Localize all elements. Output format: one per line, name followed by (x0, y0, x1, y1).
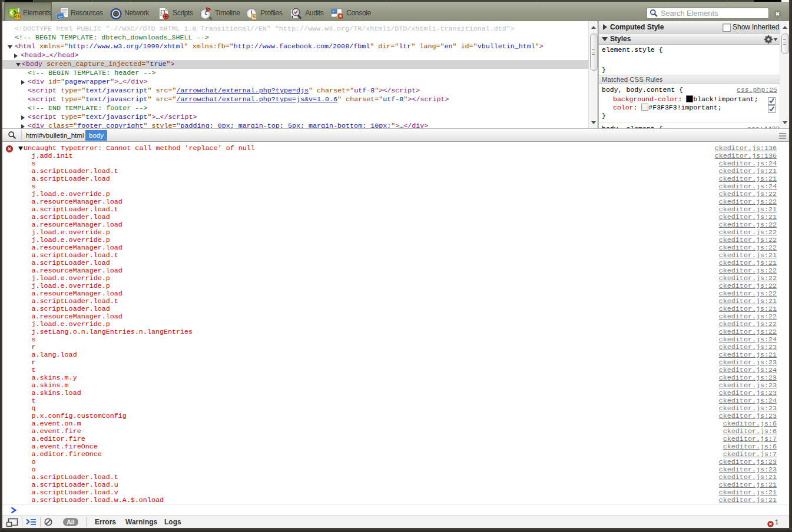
svg-text:%: % (253, 15, 256, 19)
svg-text:{}: {} (160, 9, 166, 14)
